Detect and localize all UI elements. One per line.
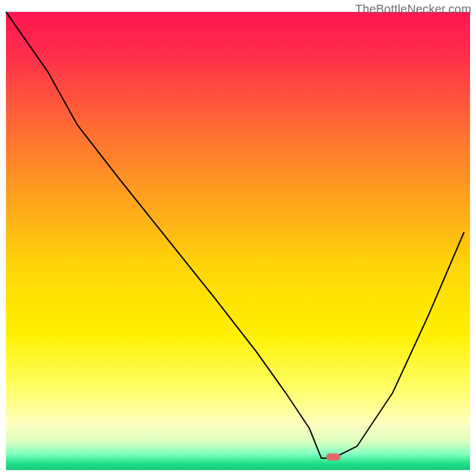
chart-svg [0,0,476,476]
watermark-label: TheBottleNecker.com [355,2,471,16]
minimum-marker [326,453,340,461]
gradient-background [6,12,470,470]
bottleneck-chart: TheBottleNecker.com [0,0,476,476]
